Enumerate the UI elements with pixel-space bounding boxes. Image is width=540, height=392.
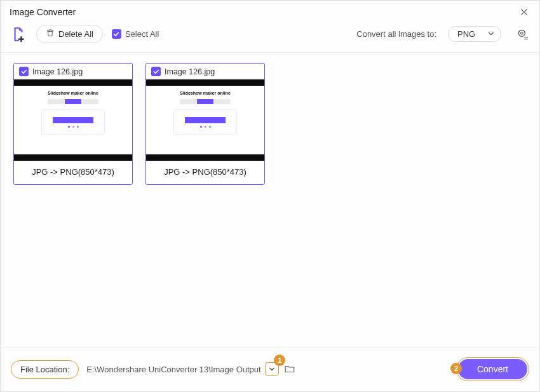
annotation-marker-2: 2 xyxy=(450,363,462,374)
delete-all-button[interactable]: Delete All xyxy=(36,25,103,43)
delete-all-label: Delete All xyxy=(58,29,93,39)
image-thumbnail: Slideshow maker online xyxy=(14,79,132,161)
thumb-heading: Slideshow maker online xyxy=(180,91,231,95)
file-location-label: File Location: xyxy=(11,360,79,379)
card-header: Image 126.jpg xyxy=(146,64,264,79)
select-all-label: Select All xyxy=(125,29,159,39)
footer-bar: File Location: E:\Wondershare UniConvert… xyxy=(1,348,539,391)
open-folder-icon[interactable] xyxy=(283,362,297,376)
checkbox-checked-icon[interactable] xyxy=(151,67,161,76)
checkbox-checked-icon xyxy=(112,29,121,39)
output-format-select[interactable]: PNG xyxy=(448,26,501,42)
convert-button-highlight: Convert 2 xyxy=(456,357,529,381)
conversion-info: JPG -> PNG(850*473) xyxy=(14,161,132,184)
window-title: Image Converter xyxy=(10,7,76,17)
settings-icon[interactable] xyxy=(515,27,530,42)
svg-point-0 xyxy=(518,30,525,36)
titlebar: Image Converter xyxy=(1,1,539,21)
chevron-down-icon xyxy=(488,29,494,39)
convert-button[interactable]: Convert xyxy=(458,359,527,379)
file-location-path-wrap: E:\Wondershare UniConverter 13\Image Out… xyxy=(85,362,296,376)
thumb-heading: Slideshow maker online xyxy=(48,91,98,95)
trash-icon xyxy=(46,29,55,39)
conversion-info: JPG -> PNG(850*473) xyxy=(146,161,264,184)
image-grid: Image 126.jpg Slideshow maker online JPG… xyxy=(1,53,539,348)
image-filename: Image 126.jpg xyxy=(165,67,215,76)
close-icon[interactable] xyxy=(518,6,530,18)
svg-point-1 xyxy=(521,32,523,34)
image-card[interactable]: Image 126.jpg Slideshow maker online JPG… xyxy=(145,63,265,185)
checkbox-checked-icon[interactable] xyxy=(19,67,29,76)
output-format-value: PNG xyxy=(457,29,475,39)
image-converter-window: Image Converter Delete All Select All Co… xyxy=(0,0,540,392)
add-file-icon[interactable] xyxy=(10,25,27,43)
image-filename: Image 126.jpg xyxy=(32,67,83,76)
image-thumbnail: Slideshow maker online xyxy=(146,79,264,161)
convert-all-label: Convert all images to: xyxy=(356,29,436,39)
card-header: Image 126.jpg xyxy=(14,64,132,79)
image-card[interactable]: Image 126.jpg Slideshow maker online JPG… xyxy=(13,63,133,185)
select-all-checkbox[interactable]: Select All xyxy=(112,29,159,39)
toolbar: Delete All Select All Convert all images… xyxy=(1,21,539,53)
file-location-path: E:\Wondershare UniConverter 13\Image Out… xyxy=(86,365,260,374)
